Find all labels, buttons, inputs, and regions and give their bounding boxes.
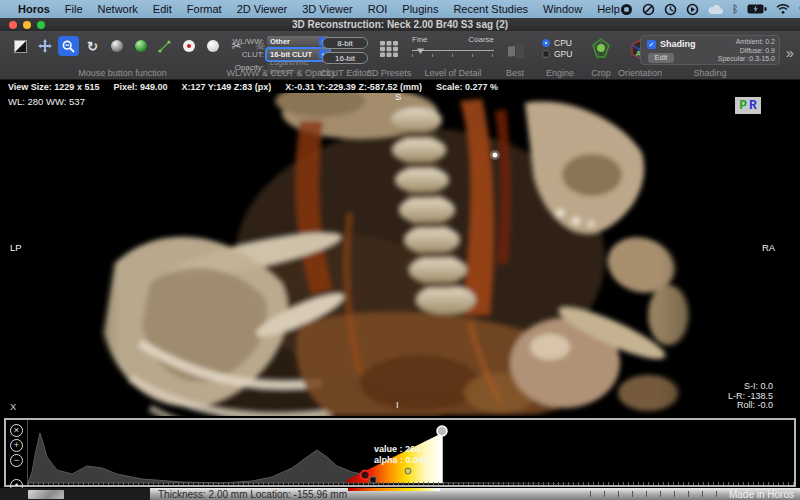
clut-value-readout: value : 264	[374, 444, 420, 454]
zoom-tool-icon[interactable]	[58, 36, 79, 56]
clut-add-button[interactable]: +	[10, 439, 23, 452]
lod-slider-thumb[interactable]	[417, 46, 424, 54]
pixel-readout: Pixel: 949.00	[113, 82, 167, 92]
engine-gpu-radio[interactable]: GPU	[542, 48, 572, 59]
mouse-section-label: Mouse button function	[10, 68, 235, 78]
pr-orientation-badge: PR	[735, 97, 761, 114]
menu-2d-viewer[interactable]: 2D Viewer	[237, 3, 288, 15]
point-marker[interactable]	[493, 153, 498, 158]
toolbar-overflow-button[interactable]: »	[786, 45, 794, 61]
sphere-tool-icon[interactable]	[130, 36, 151, 56]
rotate-tool-icon[interactable]: ↻	[82, 36, 103, 56]
clut-ramp-sliver	[348, 488, 440, 491]
ramp-yellow-handle[interactable]	[405, 468, 411, 474]
wlww-dropdown[interactable]: Other▾	[267, 36, 329, 47]
bottom-bar: Thickness: 2.00 mm Location: -155.96 mm …	[0, 488, 800, 500]
menu-plugins[interactable]: Plugins	[402, 3, 438, 15]
orientation-superior-label: S	[395, 91, 401, 102]
bluetooth-icon[interactable]: ᛒ	[732, 3, 739, 15]
shading-section-label: Shading	[640, 68, 780, 78]
engine-cpu-radio[interactable]: CPU	[542, 37, 572, 48]
wlww-tool-icon[interactable]	[10, 36, 31, 56]
menu-3d-viewer[interactable]: 3D Viewer	[302, 3, 353, 15]
slice-thickness-readout: Thickness: 2.00 mm Location: -155.96 mm	[158, 489, 347, 499]
engine-group: CPU GPU	[542, 37, 572, 59]
made-in-horos-label: Made in Horos	[729, 489, 794, 500]
axis-label: X	[10, 401, 16, 412]
menu-file[interactable]: File	[65, 3, 83, 15]
window-title: 3D Reconstruction: Neck 2.00 Br40 S3 sag…	[0, 19, 800, 30]
view-size-readout: View Size: 1229 x 515	[8, 82, 99, 92]
rotation-stats: S-I: 0.0 L-R: -138.5 Roll: -0.0	[728, 382, 773, 411]
play-icon[interactable]	[686, 3, 699, 16]
shading-params: Ambient: 0.2 Diffuse: 0.9 Specular :0.3-…	[718, 38, 775, 64]
px-coords-readout: X:127 Y:149 Z:83 (px)	[181, 82, 271, 92]
volume-render-viewport[interactable]: WL: 280 WW: 537 S LP RA X I PR S-I: 0.0 …	[0, 93, 800, 416]
scale-readout: Scale: 0.277 %	[436, 82, 498, 92]
menu-help[interactable]: Help	[597, 3, 620, 15]
clut-delete-button[interactable]: ×	[10, 424, 23, 437]
volume-render-image	[0, 93, 800, 416]
clut-remove-button[interactable]: −	[10, 454, 23, 467]
clut-label: CLUT:	[228, 50, 264, 59]
clut-editor-panel[interactable]: × + − • value : 264 alpha : 0.041	[4, 418, 796, 487]
lod-coarse-label: Coarse	[468, 35, 494, 44]
wifi-icon[interactable]	[776, 4, 790, 14]
orientation-right-label: RA	[762, 242, 775, 253]
do-not-disturb-icon[interactable]	[642, 3, 655, 16]
engine-section-label: Engine	[536, 68, 584, 78]
menu-roi[interactable]: ROI	[368, 3, 388, 15]
shading-edit-button[interactable]: Edit	[648, 53, 674, 63]
move-tool-icon[interactable]	[34, 36, 55, 56]
orientation-left-label: LP	[10, 242, 22, 253]
best-quality-icon[interactable]	[506, 39, 526, 63]
menu-edit[interactable]: Edit	[153, 3, 172, 15]
16bit-button[interactable]: 16-bit	[322, 52, 368, 64]
crop-icon[interactable]	[590, 38, 612, 64]
mm-coords-readout: X:-0.31 Y:-229.39 Z:-587.52 (mm)	[285, 82, 422, 92]
menu-network[interactable]: Network	[98, 3, 138, 15]
title-bar: 3D Reconstruction: Neck 2.00 Br40 S3 sag…	[0, 18, 800, 31]
cloud-icon[interactable]	[708, 4, 723, 15]
shading-group: ✓ Shading Edit Ambient: 0.2 Diffuse: 0.9…	[640, 35, 780, 65]
point-tool-icon[interactable]	[178, 36, 199, 56]
lod-group: Fine Coarse	[412, 35, 494, 61]
lod-fine-label: Fine	[412, 35, 428, 44]
menu-bar: Horos File Network Edit Format 2D Viewer…	[0, 0, 800, 18]
bottom-bar-left-block	[0, 488, 150, 500]
lod-section-label: Level of Detail	[400, 68, 506, 78]
3d-presets-icon[interactable]	[379, 40, 399, 62]
clut-ruler-ticks	[28, 482, 794, 485]
battery-icon[interactable]	[747, 4, 767, 14]
wlww-label: WL/WW:	[228, 37, 264, 46]
length-tool-icon[interactable]	[154, 36, 175, 56]
ellipse-tool-icon[interactable]	[202, 36, 223, 56]
shading-checkbox[interactable]: ✓	[647, 40, 656, 49]
lod-slider-track[interactable]	[412, 50, 494, 51]
8bit-button[interactable]: 8-bit	[322, 37, 368, 49]
wlww-readout: WL: 280 WW: 537	[8, 96, 85, 107]
menu-format[interactable]: Format	[187, 3, 222, 15]
clut-editor-group: 8-bit 16-bit	[322, 37, 368, 64]
toolbar: ↻ ✂ ☠ Mouse button function WL/WW: Other…	[0, 31, 800, 80]
record-icon[interactable]	[620, 3, 633, 16]
menu-recent-studies[interactable]: Recent Studies	[453, 3, 528, 15]
time-machine-icon[interactable]	[664, 3, 677, 16]
rotate-3d-tool-icon[interactable]	[106, 36, 127, 56]
menu-window[interactable]: Window	[543, 3, 582, 15]
shading-checkbox-label: Shading	[660, 39, 696, 49]
clut-alpha-readout: alpha : 0.041	[374, 455, 428, 465]
ramp-peak-handle[interactable]	[437, 426, 447, 436]
series-thumbnail[interactable]	[28, 490, 64, 499]
slider-ruler	[590, 491, 730, 497]
screen: Horos File Network Edit Format 2D Viewer…	[0, 0, 800, 500]
menu-horos[interactable]: Horos	[18, 3, 50, 15]
clut-tool-strip: × + − •	[6, 420, 28, 485]
orientation-inferior-label: I	[396, 399, 399, 410]
best-section-label: Best	[494, 68, 536, 78]
lod-slider-ticks	[412, 54, 494, 57]
ramp-red-handle[interactable]	[361, 471, 370, 480]
